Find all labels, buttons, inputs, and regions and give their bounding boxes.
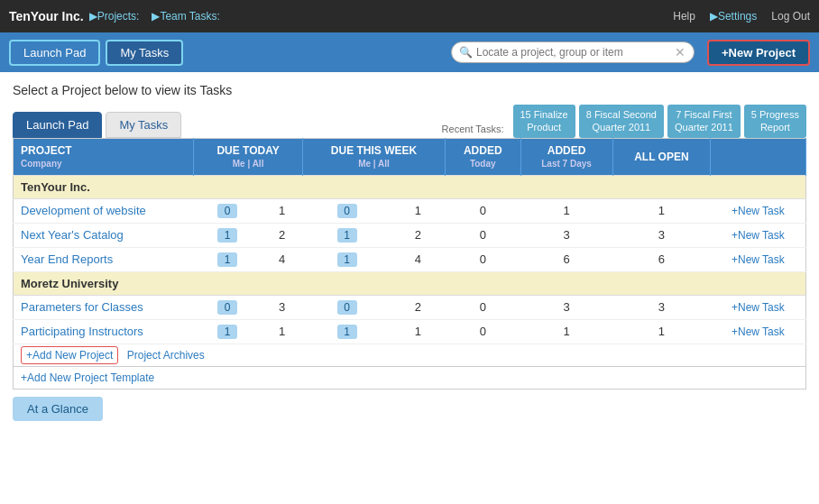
- recent-tasks-label: Recent Tasks:: [442, 124, 504, 138]
- new-task-link[interactable]: +New Task: [732, 325, 785, 338]
- data-cell-1: 2: [262, 223, 303, 247]
- add-project-template-link[interactable]: +Add New Project Template: [21, 371, 154, 384]
- data-cell-4: 0: [445, 198, 520, 223]
- new-task-cell[interactable]: +New Task: [711, 295, 806, 319]
- top-nav: TenYour Inc. ▶Projects: ▶Team Tasks: Hel…: [0, 0, 819, 32]
- help-link[interactable]: Help: [673, 10, 695, 23]
- data-cell-3: 1: [391, 198, 446, 223]
- launch-pad-button[interactable]: Launch Pad: [9, 40, 100, 66]
- new-task-cell[interactable]: +New Task: [711, 198, 806, 223]
- col-actions: [711, 138, 806, 175]
- data-cell-5: 6: [520, 247, 612, 271]
- footer-add-project: +Add New Project Project Archives: [13, 344, 806, 367]
- data-cell-1: 1: [262, 198, 303, 223]
- projects-nav-link[interactable]: ▶Projects:: [89, 10, 140, 23]
- table-row: Development of website0101011+New Task: [14, 198, 806, 223]
- team-tasks-nav-link[interactable]: ▶Team Tasks:: [152, 10, 219, 23]
- col-due-week: DUE THIS WEEK Me | All: [303, 138, 446, 175]
- col-added-today: ADDED Today: [445, 138, 520, 175]
- col-all-open: ALL OPEN: [612, 138, 711, 175]
- project-name-cell[interactable]: Participating Instructors: [14, 319, 194, 344]
- brand-name: TenYour Inc.: [9, 9, 84, 23]
- tab-launchpad[interactable]: Launch Pad: [13, 112, 102, 138]
- data-cell-3: 1: [391, 319, 446, 344]
- data-cell-5: 1: [520, 319, 612, 344]
- data-cell-2: 0: [303, 198, 391, 223]
- data-cell-0: 1: [194, 319, 262, 344]
- clear-search-icon[interactable]: ✕: [675, 45, 686, 60]
- group-row: TenYour Inc.: [14, 175, 806, 198]
- data-cell-2: 1: [303, 247, 391, 271]
- data-cell-1: 3: [262, 295, 303, 319]
- sub-nav: Launch Pad My Tasks 🔍 ✕ +New Project: [0, 32, 819, 72]
- search-input[interactable]: [476, 46, 675, 59]
- recent-task-0[interactable]: 15 FinalizeProduct: [513, 105, 575, 138]
- new-task-cell[interactable]: +New Task: [711, 319, 806, 344]
- data-cell-5: 1: [520, 198, 612, 223]
- data-cell-6: 3: [612, 295, 711, 319]
- search-icon: 🔍: [459, 46, 473, 59]
- new-task-link[interactable]: +New Task: [732, 205, 785, 217]
- my-tasks-button[interactable]: My Tasks: [106, 40, 183, 66]
- data-cell-1: 1: [262, 319, 303, 344]
- at-glance-button[interactable]: At a Glance: [13, 397, 103, 421]
- recent-task-2[interactable]: 7 Fiscal FirstQuarter 2011: [667, 105, 741, 138]
- data-cell-3: 2: [391, 295, 446, 319]
- recent-task-3[interactable]: 5 ProgressReport: [744, 105, 806, 138]
- data-cell-0: 1: [194, 247, 262, 271]
- table-row: Year End Reports1414066+New Task: [14, 247, 806, 271]
- data-cell-6: 6: [612, 247, 711, 271]
- table-row: Next Year's Catalog1212033+New Task: [14, 223, 806, 247]
- table-row: Parameters for Classes0302033+New Task: [14, 295, 806, 319]
- project-archives-link[interactable]: Project Archives: [127, 349, 205, 362]
- projects-table: PROJECT Company DUE TODAY Me | All DUE T…: [13, 138, 806, 344]
- data-cell-5: 3: [520, 295, 612, 319]
- data-cell-6: 1: [612, 198, 711, 223]
- data-cell-2: 0: [303, 295, 391, 319]
- data-cell-2: 1: [303, 319, 391, 344]
- col-project: PROJECT Company: [14, 138, 194, 175]
- col-due-today: DUE TODAY Me | All: [194, 138, 303, 175]
- data-cell-1: 4: [262, 247, 303, 271]
- project-name-cell[interactable]: Parameters for Classes: [14, 295, 194, 319]
- data-cell-0: 0: [194, 198, 262, 223]
- data-cell-2: 1: [303, 223, 391, 247]
- data-cell-4: 0: [445, 319, 520, 344]
- data-cell-3: 2: [391, 223, 446, 247]
- recent-task-1[interactable]: 8 Fiscal SecondQuarter 2011: [579, 105, 664, 138]
- new-task-link[interactable]: +New Task: [732, 229, 785, 242]
- project-name-cell[interactable]: Development of website: [14, 198, 194, 223]
- new-task-link[interactable]: +New Task: [732, 253, 785, 266]
- data-cell-6: 3: [612, 223, 711, 247]
- project-name-cell[interactable]: Next Year's Catalog: [14, 223, 194, 247]
- new-task-cell[interactable]: +New Task: [711, 223, 806, 247]
- group-row: Moretz University: [14, 271, 806, 295]
- data-cell-3: 4: [391, 247, 446, 271]
- data-cell-4: 0: [445, 247, 520, 271]
- data-cell-0: 1: [194, 223, 262, 247]
- project-name-cell[interactable]: Year End Reports: [14, 247, 194, 271]
- new-project-button[interactable]: +New Project: [707, 40, 810, 66]
- data-cell-5: 3: [520, 223, 612, 247]
- data-cell-4: 0: [445, 295, 520, 319]
- main-content: Launch Pad My Tasks Recent Tasks: 15 Fin…: [0, 105, 819, 434]
- new-task-link[interactable]: +New Task: [732, 301, 785, 314]
- data-cell-0: 0: [194, 295, 262, 319]
- new-task-cell[interactable]: +New Task: [711, 247, 806, 271]
- footer-add-template: +Add New Project Template: [13, 367, 806, 389]
- search-box: 🔍 ✕: [451, 41, 695, 63]
- add-new-project-link[interactable]: +Add New Project: [21, 346, 118, 364]
- settings-link[interactable]: ▶Settings: [710, 10, 757, 23]
- table-row: Participating Instructors1111011+New Tas…: [14, 319, 806, 344]
- tabs-row: Launch Pad My Tasks Recent Tasks: 15 Fin…: [13, 105, 806, 138]
- data-cell-6: 1: [612, 319, 711, 344]
- logout-link[interactable]: Log Out: [771, 10, 810, 23]
- page-title: Select a Project below to view its Tasks: [0, 72, 819, 105]
- col-added-7days: ADDED Last 7 Days: [520, 138, 612, 175]
- data-cell-4: 0: [445, 223, 520, 247]
- tab-mytasks[interactable]: My Tasks: [106, 112, 181, 138]
